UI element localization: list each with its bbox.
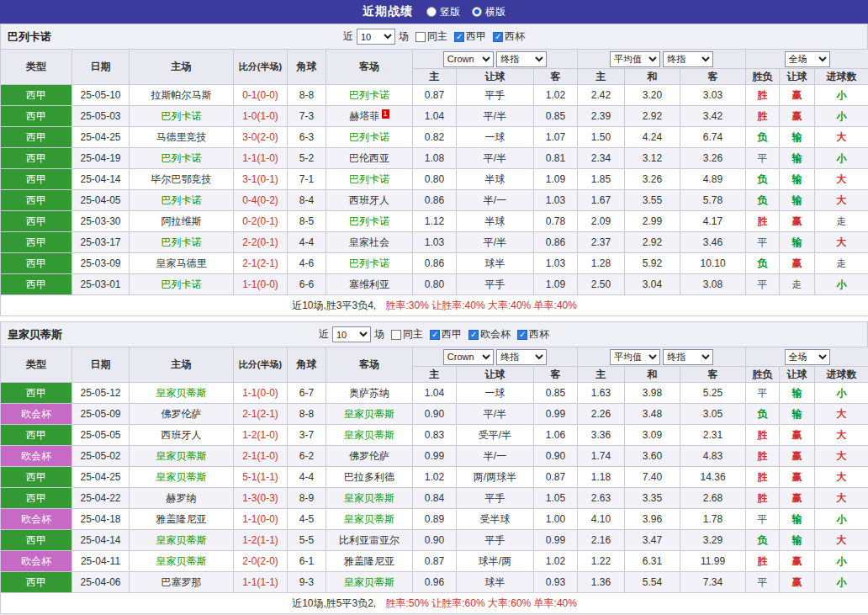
score-cell[interactable]: 5-1(1-1) [234,467,288,488]
score-cell[interactable]: 2-2(0-1) [234,232,288,253]
team-link[interactable]: 赫塔菲 [350,110,380,122]
team-link[interactable]: 赫罗纳 [167,492,197,504]
team-link[interactable]: 塞维利亚 [349,278,389,290]
avg-time-select[interactable]: 终指 [663,349,713,365]
team-link[interactable]: 皇家贝蒂斯 [156,450,207,462]
filter-checkbox[interactable]: 同主 [415,29,447,44]
score-cell[interactable]: 3-0(2-0) [234,127,288,148]
team-link[interactable]: 马德里竞技 [156,131,207,143]
team-link[interactable]: 巴列卡诺 [349,257,389,269]
score-cell[interactable]: 1-2(1-1) [234,530,288,551]
team-link[interactable]: 西班牙人 [161,429,202,441]
team-link[interactable]: 巴列卡诺 [161,152,202,164]
team-link[interactable]: 巴塞罗那 [161,576,202,588]
result-scope-select[interactable]: 全场 [785,51,830,67]
filter-checkbox[interactable]: 同主 [391,327,423,342]
team-link[interactable]: 皇家贝蒂斯 [344,513,394,525]
match-count-select[interactable]: 10 [332,326,371,342]
score-cell[interactable]: 1-1(0-0) [234,383,288,404]
team-link[interactable]: 雅盖隆尼亚 [344,555,394,567]
team-link[interactable]: 西班牙人 [349,194,389,206]
score-cell[interactable]: 2-1(1-0) [234,446,288,467]
layout-radio[interactable]: 竖版 [426,5,460,19]
score-cell[interactable]: 3-1(0-1) [234,169,288,190]
result-select-cell: 全场 [746,50,868,69]
score-cell[interactable]: 1-2(1-0) [234,425,288,446]
team-link[interactable]: 巴列卡诺 [161,278,202,290]
score-cell[interactable]: 1-1(1-1) [234,572,288,593]
team-link[interactable]: 皇家贝蒂斯 [344,576,394,588]
away-team-cell: 巴列卡诺 [326,169,413,190]
team-link[interactable]: 巴列卡诺 [349,131,389,143]
team-link[interactable]: 比利亚雷亚尔 [339,534,400,546]
score-cell[interactable]: 1-1(0-0) [234,509,288,530]
result-scope-select[interactable]: 全场 [785,349,830,365]
team-link[interactable]: 巴拉多利德 [344,471,394,483]
avg-home-cell: 1.18 [578,467,625,488]
team-link[interactable]: 阿拉维斯 [161,215,202,227]
team-name[interactable]: 皇家贝蒂斯 [8,327,62,342]
score-cell[interactable]: 2-0(2-0) [234,551,288,572]
score-cell[interactable]: 1-0(1-0) [234,106,288,127]
team-link[interactable]: 奥萨苏纳 [349,387,389,399]
filter-checkbox[interactable]: 西杯 [493,29,525,44]
team-link[interactable]: 皇家贝蒂斯 [156,471,207,483]
team-link[interactable]: 皇家贝蒂斯 [344,429,394,441]
away-team-cell: 皇家贝蒂斯 [326,488,413,509]
filter-checkbox[interactable]: 西甲 [454,29,486,44]
odds-time-select[interactable]: 终指 [496,51,547,67]
layout-radio[interactable]: 横版 [472,5,505,19]
score-cell[interactable]: 2-1(2-1) [234,404,288,425]
team-link[interactable]: 巴列卡诺 [349,215,389,227]
filter-checkbox[interactable]: 西甲 [430,327,462,342]
team-link[interactable]: 巴列卡诺 [161,194,202,206]
team-name[interactable]: 巴列卡诺 [8,29,51,45]
score-cell[interactable]: 1-1(0-0) [234,274,288,295]
avg-time-select[interactable]: 终指 [663,51,713,67]
team-link[interactable]: 皇家贝蒂斯 [156,534,207,546]
odds-provider-select[interactable]: Crown [443,349,494,365]
col-date: 日期 [72,347,130,383]
odds-time-select[interactable]: 终指 [496,349,547,365]
odds-away-cell: 1.02 [534,551,578,572]
team-link[interactable]: 皇家贝蒂斯 [156,387,207,399]
team-link[interactable]: 皇家贝蒂斯 [344,408,394,420]
team-link[interactable]: 皇家马德里 [156,257,207,269]
filter-checkbox[interactable]: 西杯 [517,327,549,342]
score-cell[interactable]: 0-4(0-2) [234,190,288,211]
home-team-cell: 阿拉维斯 [130,211,234,232]
result-handicap-cell: 输 [780,127,815,148]
avg-type-select[interactable]: 平均值 [610,349,660,365]
match-count-select[interactable]: 10 [357,29,395,45]
filter-checkbox[interactable]: 欧会杯 [468,327,511,342]
team-section-2: 皇家贝蒂斯 近 10 场 同主西甲欧会杯西杯 类型 日期 主场 比分(半场) 角… [0,321,868,614]
result-goals-cell: 大 [815,530,868,551]
score-cell[interactable]: 0-1(0-0) [234,85,288,106]
team-link[interactable]: 雅盖隆尼亚 [156,513,207,525]
col-result-handicap: 让球 [780,367,815,383]
team-link[interactable]: 佛罗伦萨 [161,408,202,420]
odds-handicap-cell: 平手 [457,85,534,106]
score-cell[interactable]: 0-2(0-1) [234,211,288,232]
team-link[interactable]: 巴列卡诺 [161,236,202,248]
corners-cell: 4-4 [288,467,326,488]
team-link[interactable]: 佛罗伦萨 [349,450,389,462]
avg-draw-cell: 3.20 [625,85,680,106]
score-cell[interactable]: 2-1(2-1) [234,253,288,274]
team-link[interactable]: 皇家贝蒂斯 [344,492,394,504]
score-cell[interactable]: 1-3(0-3) [234,488,288,509]
team-link[interactable]: 巴列卡诺 [349,89,389,101]
team-link[interactable]: 皇家社会 [349,236,389,248]
team-link[interactable]: 巴列卡诺 [349,173,389,185]
team-link[interactable]: 巴列卡诺 [161,110,202,122]
score-cell[interactable]: 1-1(1-0) [234,148,288,169]
team-link[interactable]: 毕尔巴鄂竞技 [151,173,212,185]
odds-provider-select[interactable]: Crown [443,51,494,67]
team-link[interactable]: 巴伦西亚 [349,152,389,164]
avg-type-select[interactable]: 平均值 [610,51,660,67]
team-link[interactable]: 拉斯帕尔马斯 [151,89,212,101]
radio-label: 竖版 [440,5,460,19]
avg-home-cell: 2.39 [578,106,625,127]
col-result-wdl: 胜负 [746,367,780,383]
team-link[interactable]: 皇家贝蒂斯 [156,555,207,567]
